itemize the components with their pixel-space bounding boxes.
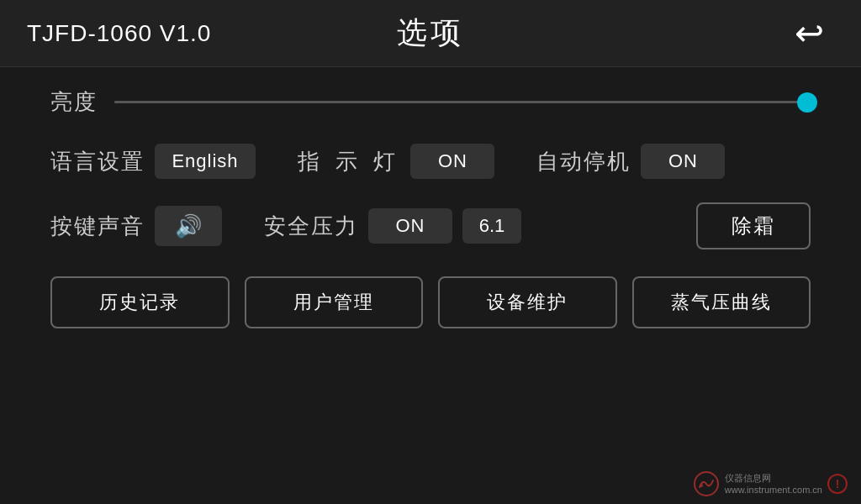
settings-row-2: 按键声音 🔊 安全压力 ON 6.1 除霜 — [50, 202, 811, 249]
brightness-row: 亮度 — [50, 87, 811, 117]
svg-point-1 — [700, 484, 703, 487]
watermark-logo-icon — [693, 470, 720, 497]
language-button[interactable]: English — [155, 144, 256, 179]
indicator-light-button[interactable]: ON — [410, 144, 494, 179]
user-management-button[interactable]: 用户管理 — [245, 276, 424, 328]
speaker-icon: 🔊 — [175, 213, 202, 239]
defrost-button[interactable]: 除霜 — [696, 202, 811, 249]
safety-pressure-toggle[interactable]: ON — [368, 208, 452, 244]
safety-pressure-value[interactable]: 6.1 — [462, 208, 521, 244]
main-content: 亮度 语言设置 English 指 示 灯 ON 自动停机 ON 按键声音 — [0, 67, 861, 345]
watermark: 仪器信息网 www.instrument.com.cn ! — [693, 470, 848, 497]
auto-stop-group: 自动停机 ON — [536, 144, 725, 179]
watermark-alert-icon: ! — [827, 474, 848, 494]
safety-pressure-group: 安全压力 ON 6.1 — [264, 208, 521, 244]
slider-thumb[interactable] — [797, 92, 817, 113]
indicator-light-group: 指 示 灯 ON — [298, 144, 494, 179]
language-group: 语言设置 English — [50, 144, 256, 179]
key-sound-button[interactable]: 🔊 — [155, 206, 222, 246]
device-name: TJFD-1060 V1.0 — [27, 20, 211, 47]
slider-track — [114, 101, 811, 103]
auto-stop-button[interactable]: ON — [641, 144, 725, 179]
back-icon: ↩ — [795, 16, 824, 51]
watermark-text-block: 仪器信息网 www.instrument.com.cn — [725, 472, 822, 496]
bottom-buttons-row: 历史记录 用户管理 设备维护 蒸气压曲线 — [50, 276, 811, 328]
settings-row-1: 语言设置 English 指 示 灯 ON 自动停机 ON — [50, 144, 811, 179]
slider-fill — [114, 101, 741, 103]
history-button[interactable]: 历史记录 — [50, 276, 230, 328]
brightness-slider[interactable] — [114, 94, 811, 111]
indicator-light-label: 指 示 灯 — [298, 147, 400, 176]
auto-stop-label: 自动停机 — [536, 147, 631, 176]
key-sound-group: 按键声音 🔊 — [50, 206, 222, 246]
language-label: 语言设置 — [50, 147, 145, 176]
key-sound-label: 按键声音 — [50, 212, 145, 241]
back-button[interactable]: ↩ — [784, 13, 834, 55]
watermark-url: www.instrument.com.cn — [725, 484, 822, 496]
watermark-site: 仪器信息网 — [725, 472, 822, 484]
brightness-label: 亮度 — [50, 87, 98, 117]
page-title: 选项 — [397, 13, 464, 54]
steam-curve-button[interactable]: 蒸气压曲线 — [632, 276, 811, 328]
safety-pressure-label: 安全压力 — [264, 212, 358, 241]
header: TJFD-1060 V1.0 选项 ↩ — [0, 0, 861, 67]
device-maintenance-button[interactable]: 设备维护 — [438, 276, 617, 328]
